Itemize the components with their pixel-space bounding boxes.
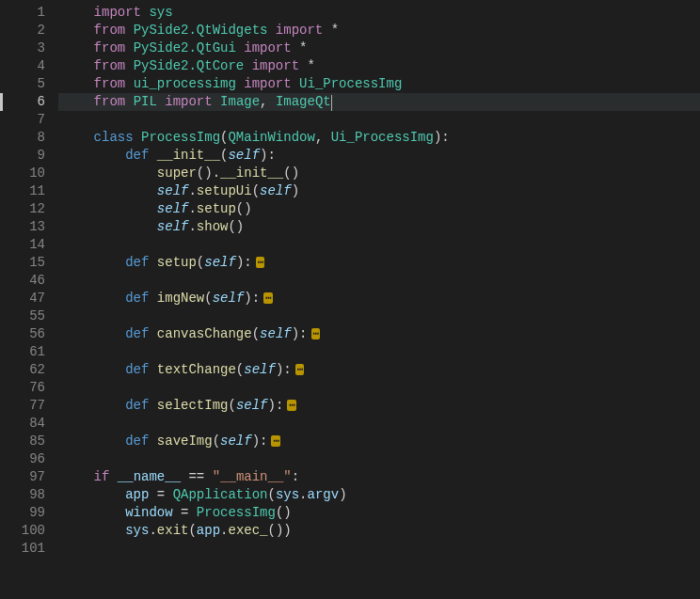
code-line[interactable] [62,272,700,290]
class-name: Ui_ProcessImg [299,76,402,91]
code-line[interactable]: self.setupUi(self) [62,182,700,200]
code-line[interactable]: super().__init__() [62,165,700,182]
code-line-current[interactable]: from PIL import Image, ImageQt [58,93,700,111]
fold-marker-icon[interactable]: ⋯ [263,292,273,304]
line-number: 5 [0,75,45,93]
line-number: 11 [0,182,45,200]
code-line[interactable]: class ProcessImg(QMainWindow, Ui_Process… [62,129,700,147]
code-line[interactable]: import sys [62,4,700,22]
keyword-from: from [94,94,126,109]
current-line-gutter-marker [0,93,3,111]
code-line[interactable]: from PySide2.QtWidgets import * [62,22,700,39]
code-line[interactable]: self.show() [62,218,700,236]
code-line[interactable]: from ui_processimg import Ui_ProcessImg [62,75,700,93]
param-self: self [220,433,252,449]
fold-marker-icon[interactable]: ⋯ [271,435,280,447]
function-name: setup [157,255,197,270]
keyword-class: class [94,130,134,145]
module-name: PySide2.QtCore [134,58,245,73]
self-ref: self [260,183,292,198]
function-name: canvasChange [157,326,252,341]
line-number: 61 [0,343,45,361]
param-self: self [228,148,260,163]
code-line-folded[interactable]: def canvasChange(self):⋯ [62,325,700,343]
param-self: self [204,255,236,270]
code-line[interactable]: app = QApplication(sys.argv) [62,486,700,504]
line-number: 99 [0,504,45,522]
wildcard: * [299,40,307,55]
fold-marker-icon[interactable]: ⋯ [311,328,321,339]
code-line[interactable]: from PySide2.QtCore import * [62,57,700,75]
function-name: __init__ [157,148,220,163]
keyword-def: def [125,291,149,306]
code-line-folded[interactable]: def imgNew(self):⋯ [62,290,700,307]
builtin-super: super [157,166,197,181]
line-number: 13 [0,218,45,236]
module-name: PIL [134,94,157,109]
fold-marker-icon[interactable]: ⋯ [287,400,296,411]
variable: app [125,487,149,502]
code-line[interactable] [62,540,700,558]
class-name: ProcessImg [141,130,220,145]
code-line[interactable]: window = ProcessImg() [62,504,700,522]
keyword-if: if [94,469,110,484]
line-number: 1 [0,4,45,22]
line-number: 2 [0,22,45,39]
code-line-folded[interactable]: def saveImg(self):⋯ [62,433,700,450]
keyword-import: import [244,40,291,55]
line-number: 76 [0,379,45,397]
method-name: setupUi [197,183,252,198]
code-content[interactable]: import sys from PySide2.QtWidgets import… [62,0,700,599]
module-name: PySide2.QtGui [134,40,236,55]
line-number: 46 [0,272,45,290]
keyword-def: def [125,433,149,449]
line-number: 9 [0,147,45,165]
code-line[interactable]: self.setup() [62,200,700,218]
line-number: 56 [0,325,45,343]
module-ref: sys [125,523,149,538]
class-name: ProcessImg [197,505,276,520]
line-number: 84 [0,415,45,433]
code-line[interactable] [62,343,700,361]
keyword-import: import [244,76,291,91]
code-line[interactable] [62,307,700,325]
fold-marker-icon[interactable]: ⋯ [256,257,265,268]
class-name: ImageQt [276,94,331,109]
dunder-name: __name__ [118,469,181,484]
code-line-folded[interactable]: def textChange(self):⋯ [62,361,700,379]
code-line[interactable] [62,111,700,129]
keyword-import: import [252,58,299,73]
base-class: Ui_ProcessImg [331,130,434,145]
self-ref: self [157,183,189,198]
keyword-import: import [94,5,141,20]
code-line[interactable] [62,450,700,468]
code-line[interactable]: sys.exit(app.exec_()) [62,522,700,540]
keyword-from: from [94,23,126,38]
method-name: setup [197,201,236,216]
method-name: exec_ [228,523,267,538]
param-self: self [244,362,276,377]
method-name: __init__ [220,166,283,181]
code-line-folded[interactable]: def selectImg(self):⋯ [62,397,700,415]
keyword-import: import [165,94,212,109]
wildcard: * [331,23,339,38]
line-number: 77 [0,397,45,415]
code-line[interactable] [62,415,700,433]
line-number: 8 [0,129,45,147]
code-line[interactable]: if __name__ == "__main__": [62,468,700,486]
code-line[interactable]: def __init__(self): [62,147,700,165]
code-line-folded[interactable]: def setup(self):⋯ [62,254,700,272]
line-number-gutter: 1 2 3 4 5 6 7 8 9 10 11 12 13 14 15 46 4… [0,0,62,599]
fold-marker-icon[interactable]: ⋯ [295,364,305,375]
function-name: imgNew [157,291,204,306]
function-name: selectImg [157,398,229,413]
code-line[interactable]: from PySide2.QtGui import * [62,39,700,57]
code-line[interactable] [62,236,700,254]
code-editor[interactable]: 1 2 3 4 5 6 7 8 9 10 11 12 13 14 15 46 4… [0,0,700,599]
param-self: self [213,291,245,306]
keyword-def: def [125,255,149,270]
code-line[interactable] [62,379,700,397]
line-number: 98 [0,486,45,504]
line-number: 47 [0,290,45,307]
line-number: 101 [0,540,45,558]
